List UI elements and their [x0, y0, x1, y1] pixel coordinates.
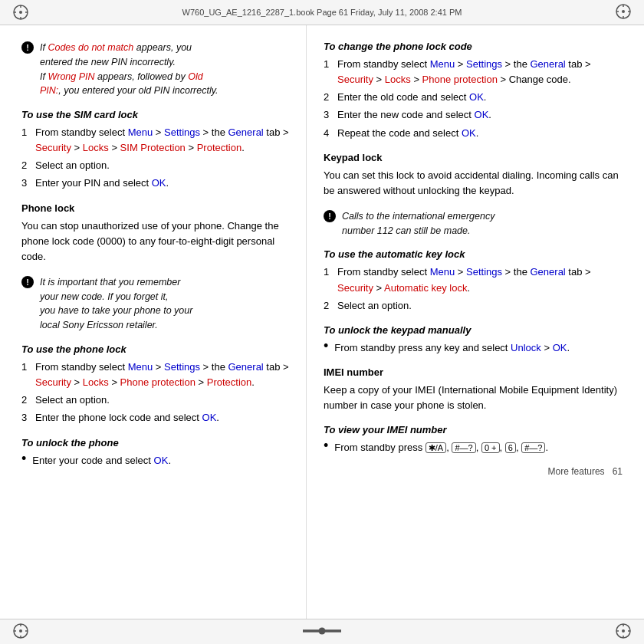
bullet-icon: •: [21, 452, 26, 465]
sim-card-lock-title: To use the SIM card lock: [21, 109, 289, 120]
step-item: 3 Enter your PIN and select OK.: [21, 176, 289, 191]
top-bar-right: [615, 3, 632, 21]
svg-point-11: [622, 10, 625, 13]
note-icon-2: !: [21, 276, 34, 288]
imei-title: IMEI number: [324, 366, 623, 378]
step-num: 3: [21, 176, 27, 191]
step-item: 1 From standby select Menu > Settings > …: [21, 125, 289, 156]
top-bar-left: [12, 4, 29, 21]
keypad-lock-title: Keypad lock: [324, 152, 623, 163]
bottom-right: [615, 623, 632, 641]
note-emergency: ! Calls to the international emergencynu…: [324, 209, 623, 238]
bottom-left: [12, 623, 29, 641]
phone-lock-section: Phone lock You can stop unauthorized use…: [21, 202, 289, 264]
page-number: 61: [613, 466, 623, 477]
bullet-icon: •: [324, 439, 328, 452]
sim-card-lock-section: To use the SIM card lock 1 From standby …: [21, 109, 289, 192]
unlock-keypad-bullet: • From standby press any key and select …: [324, 340, 623, 356]
step-num: 1: [21, 360, 27, 375]
imei-body: Keep a copy of your IMEI (International …: [324, 383, 623, 413]
step-num: 2: [324, 90, 329, 105]
step-item: 2 Select an option.: [21, 393, 289, 408]
note-remember-code: ! It is important that you rememberyour …: [21, 275, 289, 333]
step-item: 4 Repeat the code and select OK.: [324, 126, 623, 141]
top-left-crosshair-icon: [12, 4, 29, 21]
top-bar: W760_UG_AE_1216_2287_1.book Page 61 Frid…: [0, 0, 644, 25]
note-codes-text: If Codes do not match appears, youentere…: [40, 41, 219, 98]
keypad-lock-body: You can set this lock to avoid accidenta…: [324, 168, 623, 199]
note-icon-3: !: [324, 210, 336, 222]
step-num: 4: [324, 126, 329, 141]
unlock-keypad-title: To unlock the keypad manually: [324, 324, 623, 336]
page-label: More features: [548, 466, 605, 477]
step-num: 2: [21, 393, 27, 408]
auto-key-lock-section: To use the automatic key lock 1 From sta…: [324, 248, 623, 313]
keypad-lock-section: Keypad lock You can set this lock to avo…: [324, 152, 623, 199]
svg-point-19: [318, 627, 325, 634]
svg-point-25: [622, 629, 625, 632]
unlock-phone-section: To unlock the phone • Enter your code an…: [21, 437, 289, 468]
step-item: 1 From standby select Menu > Settings > …: [324, 264, 623, 295]
unlock-keypad-text: From standby press any key and select Un…: [334, 340, 570, 356]
unlock-phone-title: To unlock the phone: [21, 437, 289, 449]
view-imei-title: To view your IMEI number: [324, 424, 623, 435]
step-item: 1 From standby select Menu > Settings > …: [324, 57, 623, 87]
step-item: 3 Enter the phone lock code and select O…: [21, 410, 289, 426]
note-codes-not-match: ! If Codes do not match appears, youente…: [21, 41, 289, 98]
step-num: 1: [324, 264, 329, 280]
sim-card-lock-steps: 1 From standby select Menu > Settings > …: [21, 125, 289, 192]
bottom-center-line-icon: [303, 626, 341, 636]
auto-key-lock-title: To use the automatic key lock: [324, 248, 623, 260]
note-emergency-text: Calls to the international emergencynumb…: [342, 209, 495, 238]
use-phone-lock-title: To use the phone lock: [21, 343, 289, 355]
step-num: 3: [324, 107, 329, 123]
change-lock-code-steps: 1 From standby select Menu > Settings > …: [324, 57, 623, 141]
use-phone-lock-steps: 1 From standby select Menu > Settings > …: [21, 360, 289, 426]
step-item: 2 Enter the old code and select OK.: [324, 90, 623, 105]
step-num: 3: [21, 410, 27, 426]
note-remember-text: It is important that you rememberyour ne…: [40, 275, 192, 333]
svg-point-17: [19, 629, 22, 632]
note-icon-1: !: [21, 41, 34, 54]
auto-key-lock-steps: 1 From standby select Menu > Settings > …: [324, 264, 623, 313]
page-wrapper: W760_UG_AE_1216_2287_1.book Page 61 Frid…: [0, 0, 644, 644]
imei-section: IMEI number Keep a copy of your IMEI (In…: [324, 366, 623, 413]
bottom-left-crosshair-icon: [12, 623, 29, 639]
step-num: 2: [21, 158, 27, 173]
left-column: ! If Codes do not match appears, youente…: [0, 25, 307, 619]
unlock-phone-text: Enter your code and select OK.: [32, 453, 171, 468]
change-lock-code-title: To change the phone lock code: [324, 41, 623, 52]
step-item: 3 Enter the new code and select OK.: [324, 107, 623, 123]
change-lock-code-section: To change the phone lock code 1 From sta…: [324, 41, 623, 141]
phone-lock-body: You can stop unauthorized use of your ph…: [21, 219, 289, 264]
step-num: 1: [21, 125, 27, 140]
unlock-keypad-section: To unlock the keypad manually • From sta…: [324, 324, 623, 356]
content-area: ! If Codes do not match appears, youente…: [0, 25, 644, 619]
top-right-crosshair-icon: [615, 3, 632, 20]
view-imei-text: From standby press ✱/A, #—?, 0 +, 6, #—?…: [334, 440, 548, 455]
page-number-row: More features 61: [324, 466, 623, 477]
step-num: 1: [324, 57, 329, 72]
unlock-phone-bullet: • Enter your code and select OK.: [21, 453, 289, 468]
step-num: 2: [324, 298, 329, 314]
use-phone-lock-section: To use the phone lock 1 From standby sel…: [21, 343, 289, 426]
step-item: 2 Select an option.: [21, 158, 289, 173]
file-info: W760_UG_AE_1216_2287_1.book Page 61 Frid…: [182, 8, 462, 17]
bottom-center: [303, 626, 341, 638]
bottom-right-crosshair-icon: [615, 623, 632, 639]
bottom-bar: [0, 619, 644, 644]
step-item: 1 From standby select Menu > Settings > …: [21, 360, 289, 390]
view-imei-bullet: • From standby press ✱/A, #—?, 0 +, 6, #…: [324, 440, 623, 455]
svg-point-5: [19, 11, 22, 14]
view-imei-section: To view your IMEI number • From standby …: [324, 424, 623, 455]
step-item: 2 Select an option.: [324, 298, 623, 314]
right-column: To change the phone lock code 1 From sta…: [307, 25, 644, 619]
phone-lock-title: Phone lock: [21, 202, 289, 214]
bullet-icon: •: [324, 339, 328, 353]
